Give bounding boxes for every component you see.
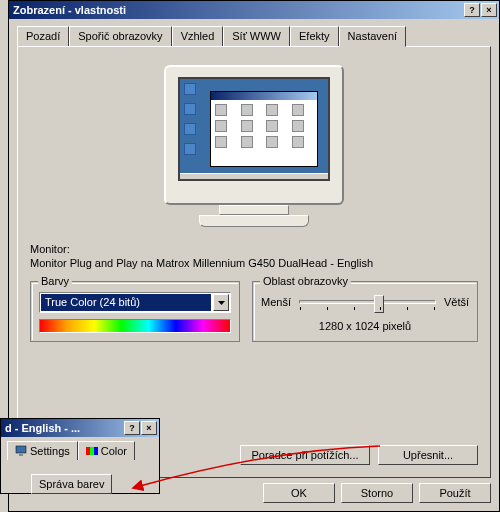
combo-dropdown-button[interactable] bbox=[213, 294, 229, 311]
tab-web[interactable]: Síť WWW bbox=[223, 26, 290, 46]
monitor-screen bbox=[178, 77, 330, 181]
more-label: Větší bbox=[444, 296, 469, 308]
colors-group: Barvy True Color (24 bitů) bbox=[30, 281, 240, 342]
tab-strip: Pozadí Spořič obrazovky Vzhled Síť WWW E… bbox=[17, 26, 491, 46]
svg-rect-2 bbox=[19, 454, 23, 456]
chevron-down-icon bbox=[218, 301, 225, 305]
tab-screensaver[interactable]: Spořič obrazovky bbox=[69, 26, 171, 46]
color-depth-value: True Color (24 bitů) bbox=[41, 294, 211, 311]
apply-button[interactable]: Použít bbox=[419, 483, 491, 503]
close-button[interactable]: × bbox=[481, 3, 497, 17]
sec-window-title: d - English - ... bbox=[5, 422, 123, 434]
tab-background[interactable]: Pozadí bbox=[17, 26, 69, 46]
advanced-button[interactable]: Upřesnit... bbox=[378, 445, 478, 465]
svg-rect-3 bbox=[86, 447, 90, 455]
sec-tab-settings-label: Settings bbox=[30, 445, 70, 457]
slider-thumb[interactable] bbox=[374, 295, 384, 313]
monitor-info: Monitor: Monitor Plug and Play na Matrox… bbox=[30, 243, 478, 269]
desktop-icons bbox=[184, 83, 196, 155]
cancel-button[interactable]: Storno bbox=[341, 483, 413, 503]
tab-effects[interactable]: Efekty bbox=[290, 26, 339, 46]
tab-appearance[interactable]: Vzhled bbox=[172, 26, 224, 46]
sec-tab-color-management[interactable]: Správa barev bbox=[31, 474, 112, 494]
monitor-icon bbox=[15, 445, 27, 457]
colors-group-title: Barvy bbox=[38, 275, 72, 287]
sec-help-button[interactable]: ? bbox=[124, 421, 140, 435]
monitor-body bbox=[164, 65, 344, 205]
resolution-text: 1280 x 1024 pixelů bbox=[261, 320, 469, 332]
monitor-value: Monitor Plug and Play na Matrox Millenni… bbox=[30, 257, 478, 269]
tab-settings[interactable]: Nastavení bbox=[339, 26, 407, 47]
ok-button[interactable]: OK bbox=[263, 483, 335, 503]
sec-tab-strip: Settings Color bbox=[7, 441, 153, 460]
preview-window bbox=[210, 91, 318, 167]
svg-rect-4 bbox=[90, 447, 94, 455]
sec-close-button[interactable]: × bbox=[141, 421, 157, 435]
monitor-label: Monitor: bbox=[30, 243, 478, 255]
sec-tab-color-label: Color bbox=[101, 445, 127, 457]
sec-titlebar[interactable]: d - English - ... ? × bbox=[1, 419, 159, 437]
monitor-preview bbox=[30, 65, 478, 227]
settings-panel: Monitor: Monitor Plug and Play na Matrox… bbox=[17, 46, 491, 478]
troubleshoot-button[interactable]: Poradce při potížích... bbox=[240, 445, 370, 465]
svg-rect-1 bbox=[16, 446, 26, 453]
sec-tab-settings[interactable]: Settings bbox=[7, 441, 78, 460]
color-icon bbox=[86, 445, 98, 457]
sec-tab-color[interactable]: Color bbox=[78, 441, 135, 460]
screen-area-group: Oblast obrazovky Menší Větší 1280 x 1024… bbox=[252, 281, 478, 342]
resolution-slider[interactable] bbox=[299, 300, 436, 304]
screen-area-title: Oblast obrazovky bbox=[260, 275, 351, 287]
svg-rect-5 bbox=[94, 447, 98, 455]
main-titlebar[interactable]: Zobrazení - vlastnosti ? × bbox=[9, 1, 499, 19]
advanced-properties-window: d - English - ... ? × Settings Color Spr… bbox=[0, 418, 160, 494]
color-depth-combo[interactable]: True Color (24 bitů) bbox=[39, 292, 231, 313]
less-label: Menší bbox=[261, 296, 291, 308]
color-spectrum-bar bbox=[39, 319, 231, 333]
svg-marker-0 bbox=[218, 301, 225, 305]
help-button[interactable]: ? bbox=[464, 3, 480, 17]
main-window-title: Zobrazení - vlastnosti bbox=[13, 4, 463, 16]
